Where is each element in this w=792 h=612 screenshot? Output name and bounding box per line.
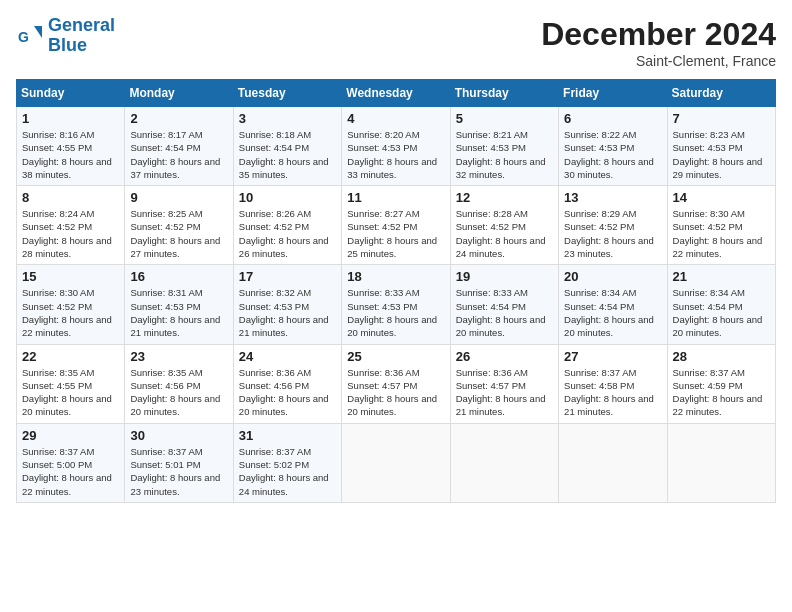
calendar-cell: 9 Sunrise: 8:25 AM Sunset: 4:52 PM Dayli… (125, 186, 233, 265)
calendar-cell: 31 Sunrise: 8:37 AM Sunset: 5:02 PM Dayl… (233, 423, 341, 502)
day-number: 5 (456, 111, 553, 126)
day-number: 17 (239, 269, 336, 284)
calendar-cell: 30 Sunrise: 8:37 AM Sunset: 5:01 PM Dayl… (125, 423, 233, 502)
day-number: 8 (22, 190, 119, 205)
svg-text:G: G (18, 29, 29, 45)
logo-icon: G (16, 22, 44, 50)
day-detail: Sunrise: 8:37 AM Sunset: 5:02 PM Dayligh… (239, 445, 336, 498)
day-detail: Sunrise: 8:22 AM Sunset: 4:53 PM Dayligh… (564, 128, 661, 181)
day-number: 12 (456, 190, 553, 205)
day-number: 13 (564, 190, 661, 205)
calendar-cell: 27 Sunrise: 8:37 AM Sunset: 4:58 PM Dayl… (559, 344, 667, 423)
column-header-sunday: Sunday (17, 80, 125, 107)
day-detail: Sunrise: 8:27 AM Sunset: 4:52 PM Dayligh… (347, 207, 444, 260)
day-number: 29 (22, 428, 119, 443)
day-detail: Sunrise: 8:34 AM Sunset: 4:54 PM Dayligh… (564, 286, 661, 339)
day-detail: Sunrise: 8:18 AM Sunset: 4:54 PM Dayligh… (239, 128, 336, 181)
column-header-monday: Monday (125, 80, 233, 107)
calendar-week-4: 22 Sunrise: 8:35 AM Sunset: 4:55 PM Dayl… (17, 344, 776, 423)
day-detail: Sunrise: 8:35 AM Sunset: 4:56 PM Dayligh… (130, 366, 227, 419)
day-detail: Sunrise: 8:37 AM Sunset: 4:58 PM Dayligh… (564, 366, 661, 419)
column-header-saturday: Saturday (667, 80, 775, 107)
day-detail: Sunrise: 8:36 AM Sunset: 4:57 PM Dayligh… (347, 366, 444, 419)
day-detail: Sunrise: 8:24 AM Sunset: 4:52 PM Dayligh… (22, 207, 119, 260)
day-detail: Sunrise: 8:17 AM Sunset: 4:54 PM Dayligh… (130, 128, 227, 181)
day-detail: Sunrise: 8:16 AM Sunset: 4:55 PM Dayligh… (22, 128, 119, 181)
month-title: December 2024 (541, 16, 776, 53)
calendar-cell: 17 Sunrise: 8:32 AM Sunset: 4:53 PM Dayl… (233, 265, 341, 344)
calendar-cell (667, 423, 775, 502)
day-detail: Sunrise: 8:29 AM Sunset: 4:52 PM Dayligh… (564, 207, 661, 260)
day-number: 14 (673, 190, 770, 205)
calendar-cell: 21 Sunrise: 8:34 AM Sunset: 4:54 PM Dayl… (667, 265, 775, 344)
day-number: 23 (130, 349, 227, 364)
day-detail: Sunrise: 8:31 AM Sunset: 4:53 PM Dayligh… (130, 286, 227, 339)
day-number: 30 (130, 428, 227, 443)
day-number: 18 (347, 269, 444, 284)
calendar-cell: 14 Sunrise: 8:30 AM Sunset: 4:52 PM Dayl… (667, 186, 775, 265)
day-detail: Sunrise: 8:33 AM Sunset: 4:53 PM Dayligh… (347, 286, 444, 339)
calendar-cell: 26 Sunrise: 8:36 AM Sunset: 4:57 PM Dayl… (450, 344, 558, 423)
calendar-cell: 1 Sunrise: 8:16 AM Sunset: 4:55 PM Dayli… (17, 107, 125, 186)
svg-marker-1 (34, 26, 42, 38)
day-detail: Sunrise: 8:35 AM Sunset: 4:55 PM Dayligh… (22, 366, 119, 419)
calendar-cell: 28 Sunrise: 8:37 AM Sunset: 4:59 PM Dayl… (667, 344, 775, 423)
calendar-week-1: 1 Sunrise: 8:16 AM Sunset: 4:55 PM Dayli… (17, 107, 776, 186)
page-header: G General Blue December 2024 Saint-Cleme… (16, 16, 776, 69)
calendar-cell: 25 Sunrise: 8:36 AM Sunset: 4:57 PM Dayl… (342, 344, 450, 423)
day-detail: Sunrise: 8:30 AM Sunset: 4:52 PM Dayligh… (673, 207, 770, 260)
day-number: 9 (130, 190, 227, 205)
day-detail: Sunrise: 8:21 AM Sunset: 4:53 PM Dayligh… (456, 128, 553, 181)
day-number: 3 (239, 111, 336, 126)
calendar-cell: 6 Sunrise: 8:22 AM Sunset: 4:53 PM Dayli… (559, 107, 667, 186)
column-header-thursday: Thursday (450, 80, 558, 107)
calendar-cell: 3 Sunrise: 8:18 AM Sunset: 4:54 PM Dayli… (233, 107, 341, 186)
logo-text: General Blue (48, 16, 115, 56)
day-number: 4 (347, 111, 444, 126)
calendar-cell: 7 Sunrise: 8:23 AM Sunset: 4:53 PM Dayli… (667, 107, 775, 186)
day-number: 21 (673, 269, 770, 284)
calendar-cell: 22 Sunrise: 8:35 AM Sunset: 4:55 PM Dayl… (17, 344, 125, 423)
calendar-cell: 10 Sunrise: 8:26 AM Sunset: 4:52 PM Dayl… (233, 186, 341, 265)
calendar-cell: 24 Sunrise: 8:36 AM Sunset: 4:56 PM Dayl… (233, 344, 341, 423)
day-number: 11 (347, 190, 444, 205)
day-number: 16 (130, 269, 227, 284)
calendar-week-3: 15 Sunrise: 8:30 AM Sunset: 4:52 PM Dayl… (17, 265, 776, 344)
day-detail: Sunrise: 8:33 AM Sunset: 4:54 PM Dayligh… (456, 286, 553, 339)
location: Saint-Clement, France (541, 53, 776, 69)
calendar-cell (450, 423, 558, 502)
calendar-table: SundayMondayTuesdayWednesdayThursdayFrid… (16, 79, 776, 503)
calendar-cell: 20 Sunrise: 8:34 AM Sunset: 4:54 PM Dayl… (559, 265, 667, 344)
day-number: 10 (239, 190, 336, 205)
day-detail: Sunrise: 8:36 AM Sunset: 4:57 PM Dayligh… (456, 366, 553, 419)
calendar-cell: 18 Sunrise: 8:33 AM Sunset: 4:53 PM Dayl… (342, 265, 450, 344)
calendar-cell (342, 423, 450, 502)
calendar-cell: 4 Sunrise: 8:20 AM Sunset: 4:53 PM Dayli… (342, 107, 450, 186)
calendar-week-2: 8 Sunrise: 8:24 AM Sunset: 4:52 PM Dayli… (17, 186, 776, 265)
calendar-cell: 13 Sunrise: 8:29 AM Sunset: 4:52 PM Dayl… (559, 186, 667, 265)
calendar-cell: 15 Sunrise: 8:30 AM Sunset: 4:52 PM Dayl… (17, 265, 125, 344)
day-detail: Sunrise: 8:20 AM Sunset: 4:53 PM Dayligh… (347, 128, 444, 181)
calendar-cell: 19 Sunrise: 8:33 AM Sunset: 4:54 PM Dayl… (450, 265, 558, 344)
day-number: 27 (564, 349, 661, 364)
day-number: 1 (22, 111, 119, 126)
day-number: 26 (456, 349, 553, 364)
column-header-friday: Friday (559, 80, 667, 107)
calendar-cell: 29 Sunrise: 8:37 AM Sunset: 5:00 PM Dayl… (17, 423, 125, 502)
calendar-cell: 5 Sunrise: 8:21 AM Sunset: 4:53 PM Dayli… (450, 107, 558, 186)
title-block: December 2024 Saint-Clement, France (541, 16, 776, 69)
day-detail: Sunrise: 8:36 AM Sunset: 4:56 PM Dayligh… (239, 366, 336, 419)
day-number: 2 (130, 111, 227, 126)
day-number: 24 (239, 349, 336, 364)
calendar-cell: 11 Sunrise: 8:27 AM Sunset: 4:52 PM Dayl… (342, 186, 450, 265)
day-number: 25 (347, 349, 444, 364)
day-detail: Sunrise: 8:23 AM Sunset: 4:53 PM Dayligh… (673, 128, 770, 181)
day-number: 7 (673, 111, 770, 126)
day-detail: Sunrise: 8:25 AM Sunset: 4:52 PM Dayligh… (130, 207, 227, 260)
calendar-cell: 12 Sunrise: 8:28 AM Sunset: 4:52 PM Dayl… (450, 186, 558, 265)
logo: G General Blue (16, 16, 115, 56)
calendar-cell: 8 Sunrise: 8:24 AM Sunset: 4:52 PM Dayli… (17, 186, 125, 265)
calendar-week-5: 29 Sunrise: 8:37 AM Sunset: 5:00 PM Dayl… (17, 423, 776, 502)
calendar-cell (559, 423, 667, 502)
day-number: 15 (22, 269, 119, 284)
